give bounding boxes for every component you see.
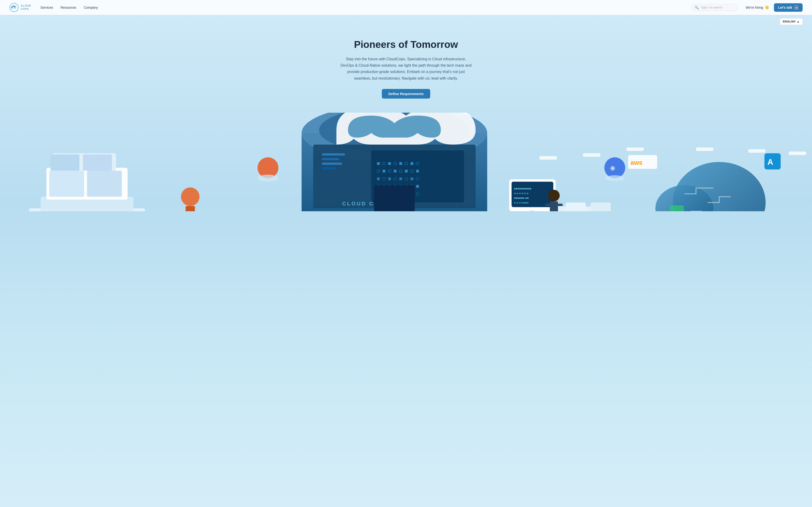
svg-rect-74 bbox=[550, 202, 558, 211]
svg-rect-24 bbox=[322, 158, 339, 160]
nav-links: Services Resources Company bbox=[40, 6, 98, 9]
svg-text:⎈: ⎈ bbox=[610, 163, 615, 172]
svg-text:■ □ ■ □ ■ □ ■ □: ■ □ ■ □ ■ □ ■ □ bbox=[377, 176, 419, 181]
svg-rect-76 bbox=[557, 204, 563, 206]
svg-point-73 bbox=[548, 190, 560, 201]
svg-rect-95 bbox=[696, 148, 713, 151]
svg-rect-112 bbox=[670, 205, 684, 211]
svg-point-1 bbox=[12, 8, 13, 9]
language-label: ENGLISH bbox=[783, 20, 795, 23]
search-placeholder: Type / to search bbox=[701, 6, 722, 9]
hero-illustration: ###### ###### ###### ###### ###### #####… bbox=[0, 113, 812, 211]
language-selector[interactable]: ENGLISH ▲ bbox=[780, 18, 803, 25]
define-requirements-button[interactable]: Define Requirements bbox=[382, 89, 430, 99]
wave-icon: 👋 bbox=[765, 5, 769, 10]
logo-icon bbox=[9, 3, 19, 12]
svg-rect-92 bbox=[540, 156, 557, 160]
svg-rect-43 bbox=[83, 155, 112, 171]
svg-rect-42 bbox=[51, 155, 80, 171]
language-chevron: ▲ bbox=[797, 20, 800, 23]
svg-text:aws: aws bbox=[630, 159, 642, 166]
logo[interactable]: CLOUD COPS bbox=[9, 3, 31, 12]
svg-text:■ ■ ■ ■■■■: ■ ■ ■ ■■■■ bbox=[514, 201, 528, 204]
svg-rect-79 bbox=[565, 203, 586, 211]
svg-rect-47 bbox=[186, 206, 195, 211]
svg-text:■ ■ ■ ■ ■ ■: ■ ■ ■ ■ ■ ■ bbox=[514, 192, 528, 195]
illustration-area: ###### ###### ###### ###### ###### #####… bbox=[0, 113, 812, 211]
svg-rect-26 bbox=[322, 167, 337, 169]
svg-rect-25 bbox=[322, 162, 342, 165]
hero-title: Pioneers of Tomorrow bbox=[5, 39, 807, 50]
svg-point-52 bbox=[257, 175, 278, 182]
hero-section: Pioneers of Tomorrow Step into the futur… bbox=[0, 25, 812, 108]
svg-rect-96 bbox=[748, 149, 765, 153]
hero-description: Step into the future with CloudCops. Spe… bbox=[340, 56, 472, 81]
svg-point-2 bbox=[14, 8, 15, 9]
svg-rect-80 bbox=[591, 203, 611, 211]
svg-rect-34 bbox=[374, 185, 415, 211]
calendar-icon: 📅 bbox=[794, 5, 798, 10]
search-icon: 🔍 bbox=[695, 6, 699, 9]
svg-rect-97 bbox=[789, 151, 806, 155]
svg-rect-39 bbox=[49, 171, 84, 197]
search-bar[interactable]: 🔍 Type / to search bbox=[691, 4, 738, 11]
svg-rect-72 bbox=[530, 211, 534, 211]
logo-text: CLOUD COPS bbox=[21, 4, 31, 10]
svg-text:■■■■■■ ■■: ■■■■■■ ■■ bbox=[514, 196, 529, 200]
svg-point-46 bbox=[181, 187, 199, 206]
nav-services[interactable]: Services bbox=[40, 6, 53, 9]
svg-text:■■■■■■■■■■: ■■■■■■■■■■ bbox=[514, 187, 531, 190]
svg-rect-75 bbox=[545, 204, 551, 206]
svg-rect-40 bbox=[87, 171, 122, 197]
svg-rect-93 bbox=[583, 153, 600, 157]
svg-text:□ ■ □ ■ □ ■ □ ■: □ ■ □ ■ □ ■ □ ■ bbox=[377, 168, 419, 173]
svg-rect-23 bbox=[322, 153, 345, 156]
svg-text:■ □ ■ □ ■ □ ■ □: ■ □ ■ □ ■ □ ■ □ bbox=[377, 161, 419, 166]
svg-point-3 bbox=[14, 5, 14, 6]
language-bar: ENGLISH ▲ bbox=[0, 15, 812, 25]
svg-rect-94 bbox=[626, 148, 644, 151]
lets-talk-button[interactable]: Let's talk 📅 bbox=[774, 3, 803, 12]
nav-resources[interactable]: Resources bbox=[61, 6, 77, 9]
nav-company[interactable]: Company bbox=[84, 6, 98, 9]
hiring-label: We're hiring bbox=[746, 6, 763, 9]
hiring-button[interactable]: We're hiring 👋 bbox=[746, 5, 769, 10]
svg-point-87 bbox=[605, 175, 624, 181]
navbar: CLOUD COPS Services Resources Company 🔍 … bbox=[0, 0, 812, 15]
svg-text:A: A bbox=[767, 158, 773, 166]
